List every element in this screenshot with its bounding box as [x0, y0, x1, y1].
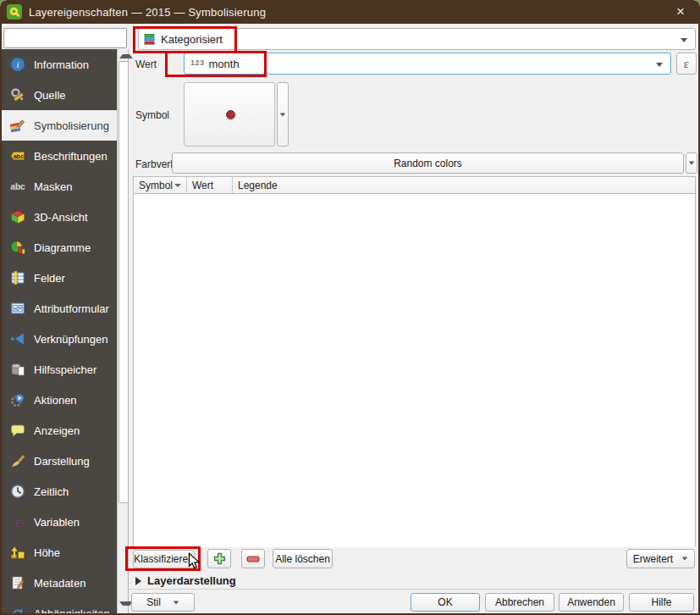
ok-button[interactable]: OK [411, 593, 480, 612]
value-label: Wert [135, 58, 157, 70]
information-icon: i [9, 56, 26, 73]
sort-descending-icon [174, 184, 181, 187]
sidebar-item-label: Information [34, 58, 89, 71]
sidebar-item-felder[interactable]: Felder [2, 263, 117, 293]
column-header-legende[interactable]: Legende [233, 177, 695, 193]
chevron-down-icon [174, 601, 179, 604]
sidebar-item-masken[interactable]: abcMasken [2, 171, 117, 202]
chevron-down-icon [280, 113, 285, 116]
sidebar-item-label: Quelle [34, 89, 66, 102]
source-tools-icon [9, 86, 26, 103]
sidebar-item-quelle[interactable]: Quelle [2, 80, 117, 110]
scrollbar-thumb[interactable] [119, 61, 129, 503]
cube-3d-icon [9, 208, 26, 225]
renderer-selected-label: Kategorisiert [161, 33, 223, 46]
column-header-symbol[interactable]: Symbol [134, 177, 187, 193]
search-box[interactable] [3, 28, 127, 48]
rendering-brush-icon [9, 452, 26, 469]
sidebar-item-metadaten[interactable]: Metadaten [2, 568, 117, 598]
sidebar-item-information[interactable]: iInformation [2, 49, 117, 80]
remove-category-button[interactable] [241, 549, 265, 568]
joins-triangle-icon [9, 330, 26, 347]
categories-table-body-empty [134, 194, 695, 547]
style-menu-button[interactable]: Stil [131, 593, 195, 612]
chevron-down-icon [681, 38, 687, 42]
expression-builder-button[interactable]: ε [676, 53, 697, 75]
sidebar-item-3d-ansicht[interactable]: 3D-Ansicht [2, 202, 117, 232]
sidebar-item-symbolisierung[interactable]: Symbolisierung [2, 110, 117, 141]
marker-symbol-dot-icon [226, 110, 235, 119]
titlebar: Layereigenschaften — 2015 — Symbolisieru… [0, 0, 700, 24]
form-icon [9, 300, 26, 317]
sidebar-item-aktionen[interactable]: Aktionen [2, 385, 117, 415]
sidebar-item-label: Symbolisierung [34, 119, 109, 132]
sidebar-item-label: Beschriftungen [34, 150, 107, 163]
add-category-button[interactable] [207, 549, 231, 568]
svg-text:i: i [16, 59, 19, 69]
sidebar-item-label: Abhängigkeiten [34, 607, 110, 614]
elevation-arrow-icon [9, 544, 26, 561]
chevron-down-icon [689, 162, 694, 165]
sidebar-item-label: Hilfsspeicher [34, 363, 96, 376]
layer-properties-dialog: Layereigenschaften — 2015 — Symbolisieru… [0, 0, 700, 615]
close-icon[interactable]: × [670, 3, 692, 21]
sidebar-item-label: Masken [34, 180, 73, 193]
sidebar-item-diagramme[interactable]: Diagramme [2, 232, 117, 263]
qgis-logo-icon [7, 4, 22, 19]
sidebar-item-darstellung[interactable]: Darstellung [2, 446, 117, 476]
search-input[interactable] [8, 30, 143, 47]
sidebar-item-hilfsspeicher[interactable]: Hilfsspeicher [2, 354, 117, 385]
sidebar-item-label: Darstellung [34, 455, 90, 468]
fields-table-icon [9, 269, 26, 286]
delete-all-button[interactable]: Alle löschen [273, 549, 333, 568]
column-header-wert[interactable]: Wert [187, 177, 233, 193]
sidebar-item-anzeigen[interactable]: Anzeigen [2, 415, 117, 446]
sidebar-item-label: Attributformular [34, 302, 109, 315]
layer-rendering-label: Layerdarstellung [147, 574, 236, 587]
masks-abc-icon: abc [9, 178, 26, 195]
sidebar-item-label: Anzeigen [34, 424, 80, 437]
svg-text:abc: abc [14, 153, 24, 159]
color-ramp-value: Random colors [394, 158, 462, 169]
sidebar-item-verknuepfungen[interactable]: Verknüpfungen [2, 324, 117, 354]
renderer-type-combobox[interactable]: Kategorisiert [138, 28, 696, 50]
sidebar-item-variablen[interactable]: εVariablen [2, 507, 117, 537]
sidebar-item-hoehe[interactable]: Höhe [2, 537, 117, 568]
properties-sidebar: iInformationQuelleSymbolisierungabcBesch… [2, 49, 117, 613]
svg-text:abc: abc [10, 182, 25, 191]
symbol-dropdown-button[interactable] [277, 82, 289, 147]
window-frame-left [0, 24, 2, 615]
sidebar-item-beschriftungen[interactable]: abcBeschriftungen [2, 141, 117, 171]
map-tip-bubble-icon [9, 422, 26, 439]
dependencies-icon [9, 605, 26, 613]
variables-epsilon-icon: ε [9, 513, 26, 530]
categories-table[interactable]: Symbol Wert Legende [133, 176, 696, 546]
color-ramp-dropdown-button[interactable] [686, 152, 697, 174]
sidebar-item-zeitlich[interactable]: Zeitlich [2, 476, 117, 507]
sidebar-item-label: Zeitlich [34, 485, 69, 498]
sidebar-item-abhaengigkeiten[interactable]: Abhängigkeiten [2, 598, 117, 613]
sidebar-item-attributformular[interactable]: Attributformular [2, 293, 117, 324]
sidebar-item-label: Felder [34, 272, 65, 285]
advanced-button[interactable]: Erweitert [626, 549, 695, 568]
sidebar-item-label: Höhe [34, 546, 60, 559]
minus-icon [246, 556, 260, 562]
expand-triangle-icon [135, 577, 141, 585]
chevron-down-icon [682, 557, 687, 561]
cancel-button[interactable]: Abbrechen [485, 593, 554, 612]
help-button[interactable]: Hilfe [629, 593, 694, 612]
sidebar-scrollbar[interactable] [117, 49, 129, 613]
categorized-renderer-icon [144, 34, 156, 45]
sidebar-item-label: Diagramme [34, 241, 91, 254]
symbology-brush-icon [9, 117, 26, 134]
value-field-combobox[interactable]: 123 month [184, 53, 671, 75]
scroll-up-icon[interactable] [119, 54, 133, 58]
apply-button[interactable]: Anwenden [559, 593, 624, 612]
symbol-preview-button[interactable] [184, 82, 275, 147]
svg-text:ε: ε [15, 515, 21, 529]
layer-rendering-group[interactable]: Layerdarstellung [135, 574, 236, 587]
classify-button[interactable]: Klassifizieren [133, 550, 195, 568]
plus-icon [213, 552, 226, 565]
color-ramp-combobox[interactable]: Random colors [172, 152, 684, 174]
storage-db-icon [9, 361, 26, 378]
